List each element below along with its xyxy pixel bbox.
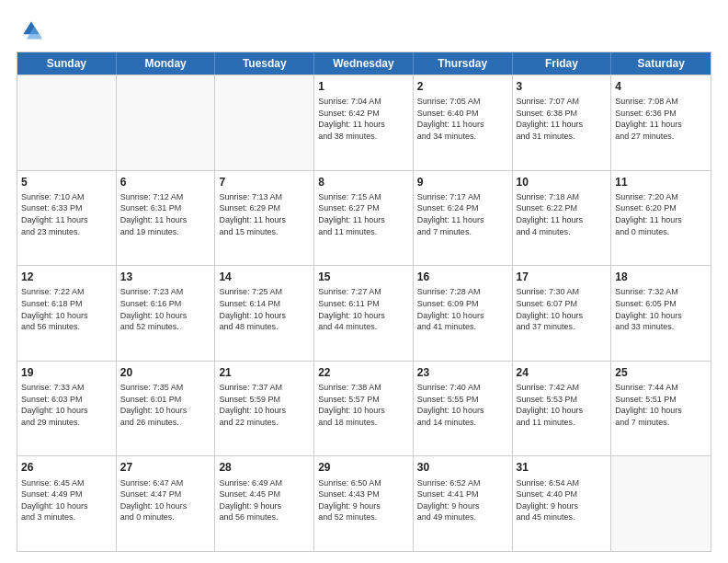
empty-cell [215,75,314,170]
day-info: Sunrise: 6:54 AM Sunset: 4:40 PM Dayligh… [517,477,608,523]
calendar-day-cell: 18Sunrise: 7:32 AM Sunset: 6:05 PM Dayli… [611,266,711,361]
calendar-day-cell: 9Sunrise: 7:17 AM Sunset: 6:24 PM Daylig… [414,171,513,266]
calendar-day-cell: 8Sunrise: 7:15 AM Sunset: 6:27 PM Daylig… [314,171,414,266]
day-number: 4 [615,79,707,94]
calendar-day-cell: 17Sunrise: 7:30 AM Sunset: 6:07 PM Dayli… [513,266,612,361]
calendar-day-cell: 7Sunrise: 7:13 AM Sunset: 6:29 PM Daylig… [215,171,314,266]
day-of-week-header: Thursday [414,52,513,75]
day-info: Sunrise: 7:32 AM Sunset: 6:05 PM Dayligh… [615,286,707,332]
day-info: Sunrise: 7:10 AM Sunset: 6:33 PM Dayligh… [21,191,112,237]
empty-cell [611,456,711,551]
calendar-week-row: 5Sunrise: 7:10 AM Sunset: 6:33 PM Daylig… [17,170,711,266]
calendar-day-cell: 5Sunrise: 7:10 AM Sunset: 6:33 PM Daylig… [17,171,117,266]
day-info: Sunrise: 7:27 AM Sunset: 6:11 PM Dayligh… [318,286,409,332]
calendar-day-cell: 11Sunrise: 7:20 AM Sunset: 6:20 PM Dayli… [611,171,711,266]
calendar-day-cell: 28Sunrise: 6:49 AM Sunset: 4:45 PM Dayli… [215,456,314,551]
day-number: 22 [318,365,409,380]
calendar-day-cell: 6Sunrise: 7:12 AM Sunset: 6:31 PM Daylig… [117,171,216,266]
day-number: 13 [120,270,211,284]
calendar-day-cell: 21Sunrise: 7:37 AM Sunset: 5:59 PM Dayli… [215,362,314,456]
day-number: 18 [615,270,707,284]
day-number: 31 [517,460,608,475]
day-info: Sunrise: 6:52 AM Sunset: 4:41 PM Dayligh… [417,477,508,523]
day-info: Sunrise: 6:50 AM Sunset: 4:43 PM Dayligh… [318,477,409,523]
day-number: 1 [318,79,409,94]
day-of-week-header: Saturday [611,52,711,75]
day-number: 6 [120,175,211,190]
day-info: Sunrise: 7:17 AM Sunset: 6:24 PM Dayligh… [417,191,508,237]
calendar-day-cell: 4Sunrise: 7:08 AM Sunset: 6:36 PM Daylig… [611,75,711,170]
calendar-day-cell: 24Sunrise: 7:42 AM Sunset: 5:53 PM Dayli… [513,362,612,456]
day-info: Sunrise: 7:33 AM Sunset: 6:03 PM Dayligh… [21,382,112,428]
empty-cell [17,75,117,170]
day-info: Sunrise: 7:35 AM Sunset: 6:01 PM Dayligh… [120,382,211,428]
calendar-day-cell: 23Sunrise: 7:40 AM Sunset: 5:55 PM Dayli… [414,362,513,456]
day-info: Sunrise: 7:44 AM Sunset: 5:51 PM Dayligh… [615,382,707,428]
calendar-day-cell: 1Sunrise: 7:04 AM Sunset: 6:42 PM Daylig… [314,75,414,170]
day-info: Sunrise: 7:18 AM Sunset: 6:22 PM Dayligh… [517,191,608,237]
day-info: Sunrise: 6:45 AM Sunset: 4:49 PM Dayligh… [21,477,112,523]
day-number: 23 [417,365,508,380]
day-info: Sunrise: 7:22 AM Sunset: 6:18 PM Dayligh… [21,286,112,332]
calendar-day-cell: 27Sunrise: 6:47 AM Sunset: 4:47 PM Dayli… [117,456,216,551]
day-number: 30 [417,460,508,475]
day-number: 10 [517,175,608,190]
calendar-day-cell: 14Sunrise: 7:25 AM Sunset: 6:14 PM Dayli… [215,266,314,361]
calendar-header: SundayMondayTuesdayWednesdayThursdayFrid… [17,52,711,75]
day-number: 25 [615,365,707,380]
calendar-day-cell: 30Sunrise: 6:52 AM Sunset: 4:41 PM Dayli… [414,456,513,551]
day-info: Sunrise: 7:05 AM Sunset: 6:40 PM Dayligh… [417,96,508,142]
calendar-body: 1Sunrise: 7:04 AM Sunset: 6:42 PM Daylig… [17,75,711,551]
day-number: 28 [219,460,310,475]
day-number: 3 [517,79,608,94]
day-number: 26 [21,460,112,475]
calendar-day-cell: 19Sunrise: 7:33 AM Sunset: 6:03 PM Dayli… [17,362,117,456]
day-number: 7 [219,175,310,190]
calendar: SundayMondayTuesdayWednesdayThursdayFrid… [17,52,711,552]
day-number: 14 [219,270,310,284]
empty-cell [117,75,216,170]
calendar-day-cell: 29Sunrise: 6:50 AM Sunset: 4:43 PM Dayli… [314,456,414,551]
calendar-day-cell: 16Sunrise: 7:28 AM Sunset: 6:09 PM Dayli… [414,266,513,361]
day-info: Sunrise: 7:12 AM Sunset: 6:31 PM Dayligh… [120,191,211,237]
day-number: 16 [417,270,508,284]
calendar-day-cell: 3Sunrise: 7:07 AM Sunset: 6:38 PM Daylig… [513,75,612,170]
calendar-week-row: 12Sunrise: 7:22 AM Sunset: 6:18 PM Dayli… [17,265,711,361]
day-number: 12 [21,270,112,284]
day-number: 8 [318,175,409,190]
day-info: Sunrise: 7:20 AM Sunset: 6:20 PM Dayligh… [615,191,707,237]
day-info: Sunrise: 7:08 AM Sunset: 6:36 PM Dayligh… [615,96,707,142]
day-of-week-header: Monday [117,52,216,75]
calendar-day-cell: 2Sunrise: 7:05 AM Sunset: 6:40 PM Daylig… [414,75,513,170]
day-number: 11 [615,175,707,190]
day-info: Sunrise: 7:40 AM Sunset: 5:55 PM Dayligh… [417,382,508,428]
day-info: Sunrise: 6:47 AM Sunset: 4:47 PM Dayligh… [120,477,211,523]
calendar-day-cell: 10Sunrise: 7:18 AM Sunset: 6:22 PM Dayli… [513,171,612,266]
day-number: 15 [318,270,409,284]
day-info: Sunrise: 7:30 AM Sunset: 6:07 PM Dayligh… [517,286,608,332]
logo [17,17,44,42]
day-info: Sunrise: 7:38 AM Sunset: 5:57 PM Dayligh… [318,382,409,428]
calendar-day-cell: 13Sunrise: 7:23 AM Sunset: 6:16 PM Dayli… [117,266,216,361]
day-info: Sunrise: 7:07 AM Sunset: 6:38 PM Dayligh… [517,96,608,142]
calendar-day-cell: 20Sunrise: 7:35 AM Sunset: 6:01 PM Dayli… [117,362,216,456]
calendar-week-row: 1Sunrise: 7:04 AM Sunset: 6:42 PM Daylig… [17,75,711,170]
day-info: Sunrise: 7:04 AM Sunset: 6:42 PM Dayligh… [318,96,409,142]
day-info: Sunrise: 7:25 AM Sunset: 6:14 PM Dayligh… [219,286,310,332]
day-of-week-header: Tuesday [215,52,314,75]
calendar-week-row: 19Sunrise: 7:33 AM Sunset: 6:03 PM Dayli… [17,361,711,456]
day-info: Sunrise: 7:42 AM Sunset: 5:53 PM Dayligh… [517,382,608,428]
day-number: 24 [517,365,608,380]
calendar-day-cell: 26Sunrise: 6:45 AM Sunset: 4:49 PM Dayli… [17,456,117,551]
day-number: 17 [517,270,608,284]
logo-icon [18,17,44,42]
day-number: 5 [21,175,112,190]
calendar-day-cell: 31Sunrise: 6:54 AM Sunset: 4:40 PM Dayli… [513,456,612,551]
calendar-day-cell: 25Sunrise: 7:44 AM Sunset: 5:51 PM Dayli… [611,362,711,456]
day-number: 19 [21,365,112,380]
day-number: 27 [120,460,211,475]
day-of-week-header: Sunday [17,52,117,75]
calendar-day-cell: 12Sunrise: 7:22 AM Sunset: 6:18 PM Dayli… [17,266,117,361]
day-number: 9 [417,175,508,190]
day-number: 20 [120,365,211,380]
